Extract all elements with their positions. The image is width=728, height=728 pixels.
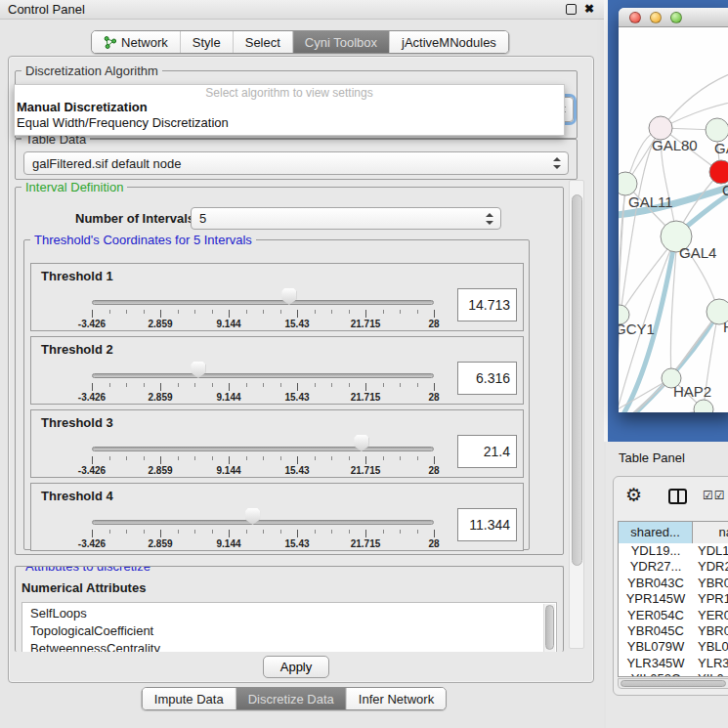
table-row[interactable]: YLR345WYLR3	[619, 656, 728, 671]
threshold-label: Threshold 3	[41, 415, 113, 430]
axis-tick-label: 2.859	[148, 538, 172, 549]
settings-scrollbar[interactable]	[569, 180, 584, 649]
table-header-row: shared...na	[619, 522, 728, 543]
attribute-list-item[interactable]: BetweennessCentrality	[30, 640, 556, 652]
column-header-2[interactable]: na	[693, 522, 728, 543]
shared-name-cell: YDL19...	[619, 543, 693, 559]
slider-thumb[interactable]	[354, 435, 368, 451]
threshold-slider[interactable]	[92, 520, 434, 525]
threshold-value-field[interactable]: 21.4	[457, 435, 517, 468]
select-columns-checkboxes-icon[interactable]: ☑☑	[703, 489, 726, 502]
axis-tick-label: 21.715	[351, 465, 381, 476]
table-data-group: Table Data galFiltered.sif default node	[15, 139, 578, 180]
threshold-value-field[interactable]: 11.344	[457, 508, 517, 541]
network-node-label: GAL4	[679, 244, 716, 261]
network-node[interactable]	[694, 400, 713, 412]
tab-label: Discretize Data	[248, 692, 334, 707]
name-cell: YPR1	[693, 591, 728, 607]
zoom-traffic-light-icon[interactable]	[670, 12, 682, 23]
name-cell: YIL0	[693, 671, 728, 676]
algorithm-dropdown-popup: Select algorithm to view settings Manual…	[14, 84, 565, 136]
tab-label: Select	[245, 35, 280, 50]
screen: Control Panel ✖ NetworkStyleSelectCyni T…	[0, 0, 728, 728]
axis-tick-label: 15.43	[284, 392, 309, 403]
table-row[interactable]: YER054CYER0	[619, 608, 728, 623]
threshold-slider[interactable]	[92, 373, 434, 378]
tab-label: jActiveMNodules	[402, 35, 496, 50]
slider-ticks	[92, 530, 434, 538]
axis-tick-label: -3.426	[78, 392, 106, 403]
tab-jactivemnodules[interactable]: jActiveMNodules	[390, 31, 508, 53]
close-icon[interactable]: ✖	[584, 2, 594, 16]
table-row[interactable]: YPR145WYPR1	[619, 591, 728, 607]
panel-title: Control Panel	[8, 2, 85, 17]
group-title: Discretization Algorithm	[21, 64, 162, 78]
attribute-list-item[interactable]: TopologicalCoefficient	[30, 622, 556, 640]
threshold-slider[interactable]	[92, 447, 434, 451]
apply-button[interactable]: Apply	[263, 656, 329, 678]
column-header-1[interactable]: shared...	[619, 522, 693, 543]
table-row[interactable]: YBR043CYBR0	[619, 576, 728, 591]
network-node-label: GAL80	[652, 137, 698, 153]
list-scrollbar[interactable]	[543, 604, 555, 652]
tab-network[interactable]: Network	[92, 31, 181, 53]
threshold-slider[interactable]	[92, 300, 434, 305]
threshold-label: Threshold 1	[41, 269, 113, 283]
table-row[interactable]: YBR045CYBR0	[619, 623, 728, 639]
table-row[interactable]: YIL052CYIL0	[619, 671, 728, 676]
minimize-traffic-light-icon[interactable]	[650, 12, 662, 23]
table-horizontal-scrollbar[interactable]	[618, 678, 728, 689]
dropdown-item-manual-discretization[interactable]: Manual Discretization	[17, 100, 148, 114]
threshold-label: Threshold 4	[41, 489, 113, 503]
threshold-value-field[interactable]: 6.316	[457, 362, 517, 395]
thresholds-group: Threshold's Coordinates for 5 Intervals …	[23, 239, 530, 550]
dropdown-item-equal-width-frequency[interactable]: Equal Width/Frequency Discretization	[17, 115, 229, 130]
control-panel-titlebar: Control Panel ✖	[0, 0, 604, 20]
axis-tick-label: 9.144	[216, 392, 240, 403]
float-window-icon[interactable]	[566, 4, 577, 15]
gear-icon[interactable]: ⚙	[625, 484, 642, 506]
interval-definition-group: Interval Definition Number of Intervals …	[15, 187, 564, 555]
tab-discretize-data[interactable]: Discretize Data	[236, 688, 347, 709]
tab-select[interactable]: Select	[234, 31, 293, 53]
split-columns-icon[interactable]	[668, 489, 687, 504]
axis-tick-label: 2.859	[148, 465, 172, 476]
tab-impute-data[interactable]: Impute Data	[143, 688, 236, 709]
table-row[interactable]: YDL19...YDL1	[619, 543, 728, 559]
shared-name-cell: YBR043C	[619, 576, 693, 591]
axis-tick-label: 28	[428, 319, 439, 329]
cyni-toolbox-panel: Discretization Algorithm Select algorith…	[8, 56, 594, 683]
slider-axis-labels: -3.4262.8599.14415.4321.71528	[92, 538, 434, 550]
slider-thumb[interactable]	[245, 508, 260, 525]
network-canvas[interactable]: GAL80GACGAL11GAL4GCY1HHAP2	[619, 27, 728, 412]
attributes-listbox: SelfLoopsTopologicalCoefficientBetweenne…	[21, 602, 557, 652]
tab-label: Impute Data	[154, 692, 224, 707]
network-node-c[interactable]	[709, 160, 728, 184]
network-window-titlebar[interactable]	[619, 8, 728, 27]
network-view-window[interactable]: GAL80GACGAL11GAL4GCY1HHAP2	[619, 8, 728, 412]
threshold-value-field[interactable]: 14.713	[457, 288, 517, 321]
number-of-intervals-combobox[interactable]: 5	[191, 207, 501, 230]
threshold-panel-2: Threshold 2-3.4262.8599.14415.4321.71528…	[30, 336, 524, 405]
axis-tick-label: 15.43	[284, 465, 309, 476]
tab-style[interactable]: Style	[181, 31, 234, 53]
shared-name-cell: YDR27...	[619, 559, 693, 575]
close-traffic-light-icon[interactable]	[629, 12, 641, 23]
slider-thumb[interactable]	[281, 288, 296, 305]
attribute-list-item[interactable]: SelfLoops	[30, 605, 556, 622]
tab-cyni-toolbox[interactable]: Cyni Toolbox	[293, 31, 390, 53]
network-node-ga[interactable]	[706, 118, 728, 142]
group-title: Threshold's Coordinates for 5 Intervals	[30, 233, 256, 247]
tab-infer-network[interactable]: Infer Network	[347, 688, 446, 709]
name-cell: YBR0	[693, 576, 728, 591]
slider-thumb[interactable]	[191, 362, 205, 378]
table-data-combobox[interactable]: galFiltered.sif default node	[23, 151, 569, 175]
threshold-panel-3: Threshold 3-3.4262.8599.14415.4321.71528…	[30, 409, 524, 478]
network-node-label: GAL11	[628, 193, 673, 210]
table-row[interactable]: YDR27...YDR2	[619, 559, 728, 575]
table-row[interactable]: YBL079WYBL0	[619, 639, 728, 655]
number-of-intervals-label: Number of Intervals	[75, 211, 194, 226]
table-panel: Table Panel ⚙ ☑☑ shared...na YDL19...YDL…	[606, 442, 728, 728]
network-node-gal11[interactable]	[619, 172, 637, 195]
axis-tick-label: 9.144	[216, 465, 240, 476]
